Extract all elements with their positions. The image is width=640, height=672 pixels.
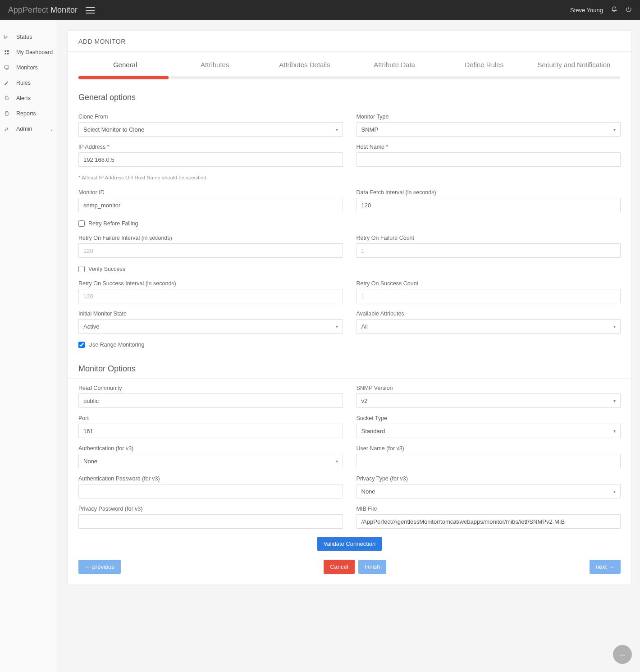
input-retry-fail-interval[interactable]	[78, 243, 343, 258]
svg-rect-0	[5, 50, 7, 52]
sidebar-item-label: Rules	[16, 80, 31, 86]
next-button[interactable]: next →	[590, 560, 621, 574]
caret-icon: ▾	[613, 127, 616, 132]
label-privacy-type: Privacy Type (for v3)	[357, 475, 621, 482]
checkbox-retry-before[interactable]	[78, 220, 85, 227]
previous-button[interactable]: ← previous	[78, 560, 121, 574]
input-retry-fail-count[interactable]	[357, 243, 621, 258]
svg-rect-2	[5, 53, 7, 55]
input-mib-file[interactable]	[357, 514, 621, 529]
input-read-community[interactable]	[78, 393, 343, 408]
input-auth-pw-v3[interactable]	[78, 484, 343, 498]
label-read-community: Read Community	[78, 385, 343, 391]
checkbox-verify-success[interactable]	[78, 266, 85, 272]
label-auth-pw-v3: Authentication Password (for v3)	[78, 475, 343, 482]
tab-general[interactable]: General	[80, 57, 170, 76]
label-initial-state: Initial Monitor State	[78, 311, 343, 317]
sidebar-item-admin[interactable]: Admin ⌄	[0, 121, 57, 137]
bell-icon[interactable]	[611, 6, 617, 14]
sidebar-item-monitors[interactable]: Monitors	[0, 60, 57, 75]
chevron-down-icon: ⌄	[50, 127, 53, 132]
svg-rect-3	[7, 53, 9, 55]
input-ip-address[interactable]	[78, 152, 343, 167]
select-socket-type[interactable]: Standard▾	[357, 424, 621, 438]
input-port[interactable]	[78, 424, 343, 438]
label-monitor-type: Monitor Type	[357, 114, 621, 120]
tab-security[interactable]: Security and Notification	[529, 57, 619, 76]
chevron-up-icon: ︿	[620, 650, 626, 658]
sidebar-item-dashboard[interactable]: My Dashboard	[0, 45, 57, 60]
hamburger-icon[interactable]	[86, 7, 95, 14]
brand-name: Monitor	[50, 5, 78, 14]
label-user-v3: User Name (for v3)	[357, 445, 621, 452]
input-user-v3[interactable]	[357, 454, 621, 468]
caret-icon: ▾	[613, 429, 616, 434]
topbar: AppPerfect Monitor Steve Young	[0, 0, 640, 20]
tab-attributes[interactable]: Attributes	[170, 57, 260, 76]
label-ip-address: IP Address *	[78, 144, 343, 150]
input-monitor-id[interactable]	[78, 198, 343, 212]
select-available-attrs[interactable]: All▾	[357, 319, 621, 334]
label-auth-v3: Authentication (for v3)	[78, 445, 343, 452]
input-host-name[interactable]	[357, 152, 621, 167]
section-title-monitor: Monitor Options	[68, 361, 631, 379]
bell-icon	[4, 96, 10, 101]
select-initial-state[interactable]: Active▾	[78, 319, 343, 334]
label-available-attrs: Available Attributes	[357, 311, 621, 317]
wizard-progress	[78, 76, 621, 79]
select-monitor-type[interactable]: SNMP▾	[357, 122, 621, 137]
label-port: Port	[78, 415, 343, 421]
label-clone-from: Clone From	[78, 114, 343, 120]
tabs: General Attributes Attributes Details At…	[68, 52, 631, 76]
label-use-range: Use Range Monitoring	[88, 342, 144, 348]
caret-icon: ▾	[336, 459, 338, 464]
tab-attribute-data[interactable]: Attribute Data	[350, 57, 439, 76]
checkbox-use-range[interactable]	[78, 342, 85, 348]
label-monitor-id: Monitor ID	[78, 189, 343, 196]
label-privacy-pw: Privacy Password (for v3)	[78, 506, 343, 512]
sidebar-item-status[interactable]: Status	[0, 29, 57, 45]
page-title: ADD MONITOR	[68, 31, 631, 51]
input-retry-success-interval[interactable]	[78, 289, 343, 303]
input-privacy-pw[interactable]	[78, 514, 343, 529]
sidebar-item-reports[interactable]: Reports	[0, 106, 57, 121]
label-retry-success-interval: Retry On Success Interval (in seconds)	[78, 280, 343, 287]
ip-host-note: * Atleast IP Address OR Host Name should…	[78, 174, 621, 182]
brand: AppPerfect Monitor	[8, 5, 78, 15]
caret-icon: ▾	[336, 127, 338, 132]
select-snmp-version[interactable]: v2▾	[357, 393, 621, 408]
caret-icon: ▾	[613, 398, 616, 403]
content: ADD MONITOR General Attributes Attribute…	[57, 20, 640, 672]
sidebar-item-label: Status	[16, 34, 32, 40]
input-fetch-interval[interactable]	[357, 198, 621, 212]
select-clone-from[interactable]: Select Monitor to Clone▾	[78, 122, 343, 137]
caret-icon: ▾	[336, 324, 338, 329]
monitor-icon	[4, 65, 10, 70]
card: ADD MONITOR General Attributes Attribute…	[67, 30, 632, 585]
user-name[interactable]: Steve Young	[570, 7, 603, 14]
power-icon[interactable]	[626, 6, 632, 14]
chart-icon	[4, 34, 10, 40]
caret-icon: ▾	[613, 489, 616, 494]
sidebar-item-label: Alerts	[16, 95, 31, 101]
tab-define-rules[interactable]: Define Rules	[439, 57, 529, 76]
svg-rect-1	[7, 50, 9, 52]
validate-connection-button[interactable]: Validate Connection	[317, 537, 382, 551]
input-retry-success-count[interactable]	[357, 289, 621, 303]
finish-button[interactable]: Finish	[358, 560, 387, 574]
select-privacy-type[interactable]: None▾	[357, 484, 621, 498]
label-mib-file: MIB File	[357, 506, 621, 512]
label-socket-type: Socket Type	[357, 415, 621, 421]
scroll-to-top-button[interactable]: ︿	[613, 645, 632, 664]
sidebar-item-label: My Dashboard	[16, 49, 53, 55]
sidebar: Status My Dashboard Monitors Rules Alert…	[0, 20, 57, 672]
tab-attributes-details[interactable]: Attributes Details	[260, 57, 349, 76]
select-auth-v3[interactable]: None▾	[78, 454, 343, 468]
label-fetch-interval: Data Fetch Interval (in seconds)	[357, 189, 621, 196]
cancel-button[interactable]: Cancel	[324, 560, 354, 574]
sidebar-item-label: Admin	[16, 126, 32, 132]
pencil-icon	[4, 80, 10, 86]
grid-icon	[4, 50, 10, 55]
sidebar-item-rules[interactable]: Rules	[0, 75, 57, 91]
sidebar-item-alerts[interactable]: Alerts	[0, 91, 57, 106]
